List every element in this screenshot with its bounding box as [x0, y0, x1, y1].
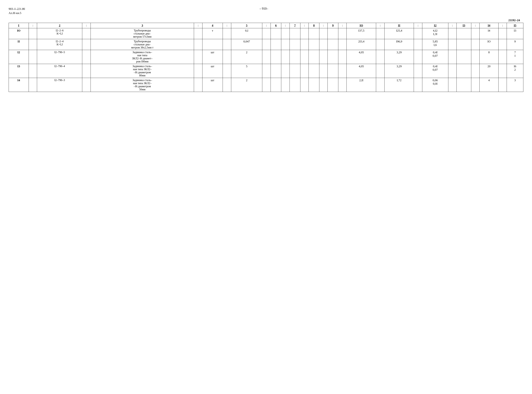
row1-c7 — [289, 28, 300, 39]
row4-c8 — [309, 64, 319, 78]
row4-c12: 0,4I0,07 — [422, 64, 448, 78]
col-header-13: I3 — [456, 23, 471, 28]
row2-c8 — [309, 39, 319, 50]
col-sep-12: : — [448, 23, 456, 28]
row2-c6 — [271, 39, 281, 50]
row3-sep6 — [281, 50, 289, 64]
row5-c13 — [456, 78, 471, 92]
row5-sep1 — [29, 78, 37, 92]
row3-sep1 — [29, 50, 37, 64]
header-left: 903–I–221.86 Ал.I6 кн.5 — [9, 7, 25, 15]
table-row: II I2–2–4 K=I,I Трубопроводыстальные диа… — [9, 39, 523, 50]
row5-c10: 2,II — [347, 78, 376, 92]
row4-sep8 — [319, 64, 327, 78]
row1-c1: IO — [9, 28, 29, 39]
page-header: 903–I–221.86 Ал.I6 кн.5 – 910– — [9, 7, 523, 15]
row5-sep9 — [338, 78, 346, 92]
row3-sep12 — [448, 50, 456, 64]
row1-c4: т — [202, 28, 223, 39]
col-header-4: 4 — [202, 23, 223, 28]
doc-ref-line2: Ал.I6 кн.5 — [9, 11, 25, 15]
col-header-1: I — [9, 23, 29, 28]
row4-c15: I62 — [507, 64, 523, 78]
row3-c6 — [271, 50, 281, 64]
col-sep-4: : — [223, 23, 231, 28]
row1-c12: 4,I2I,3I — [422, 28, 448, 39]
row5-sep14 — [498, 78, 507, 92]
row2-c13 — [456, 39, 471, 50]
row5-c1: I4 — [9, 78, 29, 92]
col-sep-6: : — [281, 23, 289, 28]
row2-c11: I96,9 — [384, 39, 414, 50]
col-header-11: II — [384, 23, 414, 28]
row4-c4: шт — [202, 64, 223, 78]
row4-sep13 — [471, 64, 480, 78]
row1-c3: Трубопроводыстальные диа–метром 57х3мм — [91, 28, 194, 39]
col-sep-14: : — [498, 23, 507, 28]
doc-number: 21192–24 — [508, 19, 520, 22]
row4-c14: 20 — [480, 64, 498, 78]
row4-c3: Задвижка сталь–ная типа ЗКЛ2––I6 диаметр… — [91, 64, 194, 78]
table-row: IO I2–2–6 K=I,I Трубопроводыстальные диа… — [9, 28, 523, 39]
row2-c10: 2I3,4 — [347, 39, 376, 50]
row2-sep11 — [414, 39, 422, 50]
row5-c6 — [271, 78, 281, 92]
row3-sep14 — [498, 50, 507, 64]
row5-sep12 — [448, 78, 456, 92]
row5-c14: 4 — [480, 78, 498, 92]
row3-sep11 — [414, 50, 422, 64]
col-sep-3: : — [194, 23, 202, 28]
row3-c9 — [328, 50, 338, 64]
col-header-12: I2 — [422, 23, 448, 28]
row4-c11: 3,29 — [384, 64, 414, 78]
row3-c3: Задвижка сталь–ная типаЗКЛ2–I6 диамет–ро… — [91, 50, 194, 64]
row4-sep7 — [300, 64, 309, 78]
row5-c8 — [309, 78, 319, 92]
row1-sep7 — [300, 28, 309, 39]
row4-sep3 — [194, 64, 202, 78]
row2-c5: 0,047 — [231, 39, 262, 50]
row1-sep9 — [338, 28, 346, 39]
row5-sep11 — [414, 78, 422, 92]
row4-c2: I2–790–4 — [37, 64, 82, 78]
row5-c2: I2–790–3 — [37, 78, 82, 92]
row4-c1: I3 — [9, 64, 29, 78]
row4-sep6 — [281, 64, 289, 78]
row1-sep13 — [471, 28, 480, 39]
col-header-15: I5 — [507, 23, 523, 28]
row2-sep13 — [471, 39, 480, 50]
row3-c12: 0,4I0,07 — [422, 50, 448, 64]
row1-c6 — [271, 28, 281, 39]
col-sep-8: : — [319, 23, 327, 28]
row1-sep14 — [498, 28, 507, 39]
row3-c14: 8 — [480, 50, 498, 64]
row4-sep10 — [376, 64, 384, 78]
row2-sep5 — [262, 39, 271, 50]
row5-c12: 0,060,0I — [422, 78, 448, 92]
row3-c11: 3,29 — [384, 50, 414, 64]
row3-c5: 2 — [231, 50, 262, 64]
col-header-9: 9 — [328, 23, 338, 28]
row2-c14: IO — [480, 39, 498, 50]
row5-sep8 — [319, 78, 327, 92]
row2-sep4 — [223, 39, 231, 50]
row3-c1: I2 — [9, 50, 29, 64]
row1-c11: I25,4 — [384, 28, 414, 39]
row1-c5: 0,I — [231, 28, 262, 39]
row3-sep4 — [223, 50, 231, 64]
row3-sep3 — [194, 50, 202, 64]
col-sep-5: : — [262, 23, 271, 28]
row2-sep12 — [448, 39, 456, 50]
column-header-row: I : 2 : 3 : 4 : 5 : 6 : 7 : 8 : 9 : IO :… — [9, 23, 523, 28]
row1-c15: I3 — [507, 28, 523, 39]
row4-sep14 — [498, 64, 507, 78]
row4-sep9 — [338, 64, 346, 78]
row5-sep6 — [281, 78, 289, 92]
row1-c10: I37,5 — [347, 28, 376, 39]
table-row: I3 I2–790–4 Задвижка сталь–ная типа ЗКЛ2… — [9, 64, 523, 78]
table-row: I4 I2–790–3 Задвижка сталь–ная типа ЗКЛ2… — [9, 78, 523, 92]
row1-sep8 — [319, 28, 327, 39]
row4-c6 — [271, 64, 281, 78]
row2-sep8 — [319, 39, 327, 50]
row1-sep12 — [448, 28, 456, 39]
